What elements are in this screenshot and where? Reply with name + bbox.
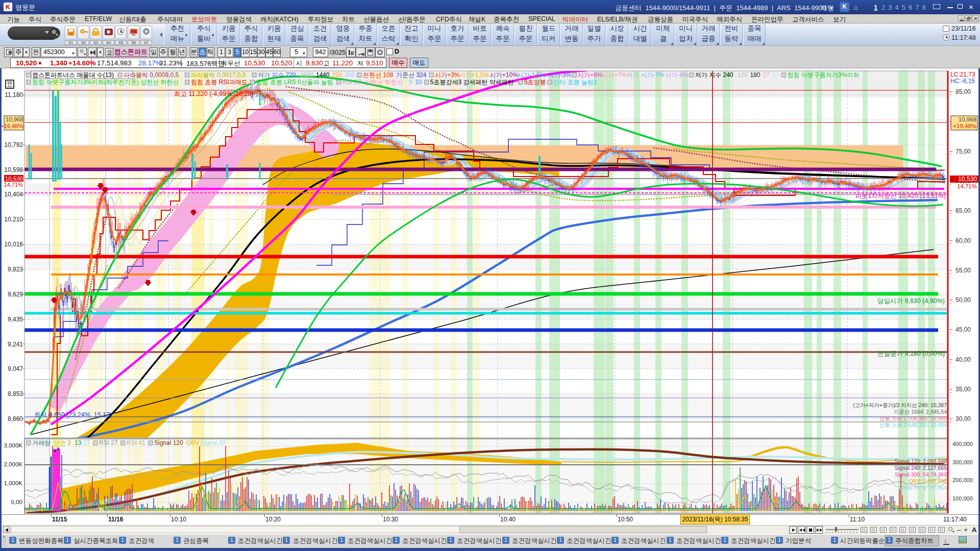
svg-text:Signal 240: 2,127,665: Signal 240: 2,127,665 xyxy=(895,465,947,471)
svg-text:최저 8,650 (23,24%, 15:17): 최저 8,650 (23,24%, 15:17) xyxy=(34,411,112,418)
svg-text:2880: 2880 xyxy=(300,71,314,79)
svg-text:Signal 30: 2,192,864: Signal 30: 2,192,864 xyxy=(898,485,947,491)
svg-text:10,530: 10,530 xyxy=(5,176,23,182)
svg-text:2,000K: 2,000K xyxy=(4,461,23,467)
svg-text:캡스톤파트너스 매물대 수(13): 캡스톤파트너스 매물대 수(13) xyxy=(32,71,114,79)
svg-text:시가+3%: 시가+3% xyxy=(435,71,460,79)
svg-text:거래량: 거래량 xyxy=(32,439,51,446)
svg-text:300,000: 300,000 xyxy=(952,459,973,465)
svg-text:100,000: 100,000 xyxy=(952,495,973,502)
svg-text:10,968: 10,968 xyxy=(6,116,23,122)
svg-text:선행 스팬 1 108,365: 10,550: 선행 스팬 1 108,365: 10,550 xyxy=(879,415,947,421)
svg-text:400,000: 400,000 xyxy=(952,441,973,447)
svg-text:85,00: 85,00 xyxy=(955,88,971,95)
svg-text:30,00: 30,00 xyxy=(955,415,971,422)
svg-text:파라볼릭 0,0009,0,5: 파라볼릭 0,0009,0,5 xyxy=(124,71,179,79)
svg-text:기준선 1684: 2,845,54: 기준선 1684: 2,845,54 xyxy=(894,409,947,415)
svg-text:시가+10%: 시가+10% xyxy=(490,71,518,79)
svg-text:9,823: 9,823 xyxy=(8,266,23,273)
svg-text:최고 11,220 (-4,99%, 10:20): 최고 11,220 (-4,99%, 10:20) xyxy=(174,90,253,97)
svg-text:RSI 27: RSI 27 xyxy=(99,439,118,446)
svg-text:9,241: 9,241 xyxy=(8,341,23,348)
svg-text:시가+7%: 시가+7% xyxy=(602,71,627,79)
svg-text:1,000K: 1,000K xyxy=(4,480,23,486)
svg-text:힘힘 아랫구름저가3%이하: 힘힘 아랫구름저가3%이하 xyxy=(788,71,860,79)
svg-text:전일종가 9,180 (0,00%): 전일종가 9,180 (0,00%) xyxy=(877,350,945,357)
svg-text:Signal 120: 2,093,598: Signal 120: 2,093,598 xyxy=(895,458,947,464)
svg-text:파라볼릭 0,0017,0,5: 파라볼릭 0,0017,0,5 xyxy=(191,71,246,79)
svg-text:저가: 저가 xyxy=(626,71,639,79)
svg-text:3,000K: 3,000K xyxy=(4,442,23,448)
svg-text:55,00: 55,00 xyxy=(955,267,971,274)
svg-text:10: 10 xyxy=(415,79,422,86)
svg-text:시가-7%: 시가-7% xyxy=(641,71,665,79)
svg-text:120: 120 xyxy=(738,71,748,79)
svg-text:40,00: 40,00 xyxy=(955,356,971,363)
svg-text:45,00: 45,00 xyxy=(955,326,971,333)
svg-text:27: 27 xyxy=(763,71,770,79)
svg-text:시가-1,5%: 시가-1,5% xyxy=(518,71,546,79)
svg-text:OBV: 2,322,845: OBV: 2,322,845 xyxy=(909,478,947,484)
svg-text:8,853: 8,853 xyxy=(8,390,23,397)
svg-text:9,435: 9,435 xyxy=(8,316,23,323)
svg-text:5초양봉: 5초양봉 xyxy=(524,79,546,86)
svg-text:150: 150 xyxy=(332,71,342,79)
svg-text:단타 초봉 눌림1: 단타 초봉 눌림1 xyxy=(553,79,597,86)
svg-text:힘힘 아랫구름저가3%이하(하루전기준) 상한선 하한선: 힘힘 아랫구름저가3%이하(하루전기준) 상한선 하한선 xyxy=(32,79,179,86)
svg-text:9,047: 9,047 xyxy=(8,365,23,372)
svg-text:200,000: 200,000 xyxy=(952,477,973,483)
svg-text:14,71%: 14,71% xyxy=(4,182,23,188)
svg-text:8,660: 8,660 xyxy=(8,415,23,422)
svg-text:Signal 30: Signal 30 xyxy=(200,439,226,446)
svg-text:(고가+저가+종가)/3 지지선 240: 10,387: (고가+저가+종가)/3 지지선 240: 10,387 xyxy=(853,402,947,408)
svg-text:11,180: 11,180 xyxy=(5,91,23,98)
svg-text:전환선 108: 전환선 108 xyxy=(363,71,394,79)
svg-text:10,968: 10,968 xyxy=(959,116,976,122)
svg-text:50,00: 50,00 xyxy=(955,296,971,304)
svg-text:Signal 300: 54,74,360: Signal 300: 54,74,360 xyxy=(895,471,947,478)
svg-text:10,210: 10,210 xyxy=(4,216,23,223)
svg-text:60: 60 xyxy=(772,71,779,79)
svg-text:+19,48%: +19,48% xyxy=(2,123,23,129)
svg-text:27: 27 xyxy=(83,439,90,446)
svg-text:저가 지수 720: 저가 지수 720 xyxy=(258,71,296,79)
svg-text:1440: 1440 xyxy=(316,71,330,79)
svg-text:60,00: 60,00 xyxy=(955,237,971,244)
svg-text:180: 180 xyxy=(750,71,760,79)
svg-text:RSI 27: RSI 27 xyxy=(342,79,361,86)
svg-text:선행 스팬 2 648,310: 10,654: 선행 스팬 2 648,310: 10,654 xyxy=(879,422,947,428)
svg-text:OBV: OBV xyxy=(186,439,199,446)
svg-text:시가-3%: 시가-3% xyxy=(548,71,572,79)
svg-text:10,016: 10,016 xyxy=(4,241,23,248)
svg-text:시가+8%: 시가+8% xyxy=(578,71,603,79)
svg-text:10,530: 10,530 xyxy=(958,176,977,183)
svg-text:RSI 41: RSI 41 xyxy=(127,439,145,446)
svg-text:10,404: 10,404 xyxy=(4,191,23,198)
svg-text:10,598: 10,598 xyxy=(4,166,23,173)
svg-text:+19,48%: +19,48% xyxy=(953,123,976,129)
svg-text:13: 13 xyxy=(75,439,82,446)
svg-text:힘힘 초봉 LRS 0선돌파 눌림: 힘힘 초봉 LRS 0선돌파 눌림 xyxy=(256,79,333,86)
svg-text:300: 300 xyxy=(345,71,355,79)
svg-text:단순 3: 단순 3 xyxy=(54,439,71,446)
svg-text:피봇1차저항선 10,420 (13,51%): 피봇1차저항선 10,420 (13,51%) xyxy=(855,192,946,199)
svg-text:상한선 하한선: 상한선 하한선 xyxy=(365,79,403,86)
svg-text:5초봉강세3 강세패턴 약세패턴: 5초봉강세3 강세패턴 약세패턴 xyxy=(430,79,514,86)
svg-text:75,00: 75,00 xyxy=(955,148,971,155)
svg-text:10,792: 10,792 xyxy=(4,141,23,148)
svg-text:65,00: 65,00 xyxy=(955,207,971,214)
svg-text:HC:-6,15: HC:-6,15 xyxy=(950,78,975,85)
svg-text:Signal 120: Signal 120 xyxy=(154,439,183,446)
svg-text:당일시가 9,630 (4,90%): 당일시가 9,630 (4,90%) xyxy=(877,297,945,305)
svg-text:9,629: 9,629 xyxy=(8,291,23,298)
svg-text:35,00: 35,00 xyxy=(955,386,971,393)
svg-text:기준선 324: 기준선 324 xyxy=(396,71,427,79)
svg-text:시가-8%: 시가-8% xyxy=(665,71,689,79)
svg-text:14,71%: 14,71% xyxy=(957,183,977,189)
svg-text:0,00: 0,00 xyxy=(11,499,22,505)
svg-text:5: 5 xyxy=(409,79,412,86)
svg-text:힘힘 초봉 RSI과매도: 힘힘 초봉 RSI과매도 xyxy=(191,79,248,86)
svg-text:시가+1,5%: 시가+1,5% xyxy=(459,71,489,79)
svg-text:LC:21,73: LC:21,73 xyxy=(950,71,975,78)
svg-text:저가 지수 240: 저가 지수 240 xyxy=(695,71,733,79)
